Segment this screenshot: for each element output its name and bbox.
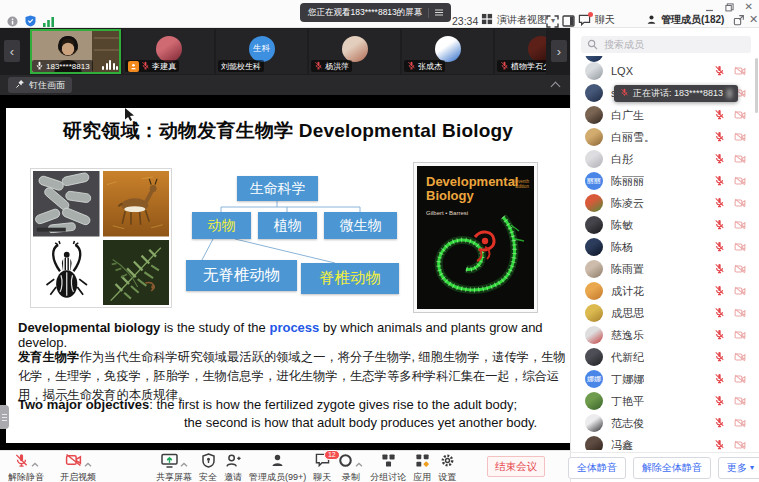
collapse-strip-chevron-icon[interactable] [551,81,560,90]
chevron-up-icon[interactable] [355,453,363,471]
banner-menu-icon[interactable] [435,8,443,18]
member-camera-off-icon[interactable] [734,370,746,388]
toolbar-chat-button[interactable]: 12聊天 [313,454,331,482]
toolbar-apps-button[interactable]: 应用 [413,454,431,482]
minimize-button[interactable] [705,3,714,12]
member-row[interactable]: 陈杨 [571,236,759,258]
participant-thumbnail[interactable]: 李建真 [123,29,214,74]
member-camera-off-icon[interactable] [734,414,746,432]
unmute-all-button[interactable]: 解除全体静音 [633,457,711,479]
member-row[interactable]: 陈雨置 [571,258,759,280]
chevron-up-icon[interactable] [180,453,188,471]
side-panel-toggle[interactable] [562,15,575,27]
member-camera-off-icon[interactable] [734,348,746,366]
panel-close-icon[interactable]: ✕ [749,13,758,26]
member-row[interactable]: 成计花 [571,280,759,302]
toolbar-breakout-button[interactable]: 分组讨论 [370,454,406,482]
view-mode-selector[interactable]: 演讲者视图 ▾ [481,13,555,27]
member-mic-off-icon[interactable] [714,392,725,410]
fullscreen-button[interactable] [546,15,559,28]
toolbar-members-button[interactable]: 管理成员(99+) [249,454,306,482]
member-row[interactable]: 娜娜 丁娜娜 [571,368,759,390]
participant-thumbnail[interactable]: 生科刘懿校生科 [216,29,307,74]
flow-node-animal: 动物 [192,212,251,239]
tab-manage-members[interactable]: 管理成员(182) [646,13,724,27]
member-mic-off-icon[interactable] [714,128,725,146]
member-row[interactable]: 陈凌云 [571,192,759,214]
member-camera-off-icon[interactable] [734,238,746,256]
chat-panel-button[interactable]: 聊天 [578,13,615,27]
toolbar-record-button[interactable]: 录制 [338,454,363,482]
member-mic-off-icon[interactable] [714,326,725,344]
more-actions-button[interactable]: 更多▾ [718,457,759,479]
member-row[interactable]: 丽丽 陈丽丽 [571,170,759,192]
participant-thumbnail[interactable]: 植物学石少明 [495,29,546,74]
member-mic-off-icon[interactable] [714,216,725,234]
search-input[interactable] [602,38,745,51]
member-row[interactable]: 丁艳平 [571,390,759,412]
member-camera-off-icon[interactable] [734,216,746,234]
participant-thumbnail[interactable]: 183****8813 [30,29,121,74]
toolbar-shield-button[interactable]: 安全 [199,454,217,482]
member-row[interactable]: 白广生 [571,104,759,126]
security-shield-icon[interactable] [25,13,36,31]
member-camera-off-icon[interactable] [734,62,746,80]
member-mic-off-icon[interactable] [714,62,725,80]
toolbar-screen-share-button[interactable]: 共享屏幕 [156,454,192,482]
member-mic-off-icon[interactable] [714,304,725,322]
member-mic-off-icon[interactable] [714,172,725,190]
slide-panel-handle[interactable] [0,405,9,429]
member-mic-off-icon[interactable] [714,238,725,256]
toolbar-camera-off-button[interactable]: 开启视频 [60,454,96,482]
member-row[interactable]: 白丽雪。 [571,126,759,148]
member-camera-off-icon[interactable] [734,326,746,344]
member-row[interactable]: 陈敏 [571,214,759,236]
strip-scroll-right-arrow[interactable]: › [551,40,567,62]
pin-screen-button[interactable]: 钉住画面 [8,77,72,93]
mute-all-button[interactable]: 全体静音 [568,457,626,479]
member-row[interactable]: 代新纪 [571,346,759,368]
member-mic-off-icon[interactable] [714,370,725,388]
close-window-button[interactable]: ✕ [745,2,753,12]
member-search-box[interactable] [581,36,751,53]
member-camera-off-icon[interactable] [734,106,746,124]
toolbar-settings-button[interactable]: 设置 [438,454,456,482]
restore-button[interactable] [725,3,734,12]
member-camera-off-icon[interactable] [734,436,746,450]
member-mic-off-icon[interactable] [714,260,725,278]
chevron-up-icon[interactable] [31,453,39,471]
member-camera-off-icon[interactable] [734,282,746,300]
member-row[interactable]: 范志俊 [571,412,759,434]
member-list-scrollbar[interactable] [755,58,758,113]
member-row[interactable]: 慈逸乐 [571,324,759,346]
network-signal-icon[interactable] [43,13,55,31]
meeting-info-icon[interactable] [7,13,18,31]
member-camera-off-icon[interactable] [734,304,746,322]
member-camera-off-icon[interactable] [734,392,746,410]
member-camera-off-icon[interactable] [734,150,746,168]
member-row[interactable]: 成思思 [571,302,759,324]
member-row[interactable]: 白彤 [571,148,759,170]
participant-thumbnail[interactable]: 杨洪萍 [309,29,400,74]
member-row[interactable]: 冯鑫 [571,434,759,450]
member-camera-off-icon[interactable] [734,194,746,212]
participant-thumbnail[interactable]: 张成杰 [402,29,493,74]
member-camera-off-icon[interactable] [734,128,746,146]
member-mic-off-icon[interactable] [714,194,725,212]
member-mic-off-icon[interactable] [714,348,725,366]
member-mic-off-icon[interactable] [714,106,725,124]
strip-scroll-left-arrow[interactable]: ‹ [4,40,20,62]
member-camera-off-icon[interactable] [734,172,746,190]
chevron-up-icon[interactable] [84,453,92,471]
toolbar-invite-button[interactable]: 邀请 [224,454,242,482]
member-mic-off-icon[interactable] [714,414,725,432]
toolbar-mic-off-button[interactable]: 解除静音 [8,454,44,482]
end-meeting-button[interactable]: 结束会议 [487,456,545,477]
member-camera-off-icon[interactable] [734,260,746,278]
panel-popout-icon[interactable] [733,14,745,26]
member-row[interactable]: LQX [571,60,759,82]
member-mic-off-icon[interactable] [714,436,725,450]
member-mic-off-icon[interactable] [714,150,725,168]
watching-screen-banner[interactable]: 您正在观看183****8813的屏幕 [300,3,451,22]
member-mic-off-icon[interactable] [714,282,725,300]
